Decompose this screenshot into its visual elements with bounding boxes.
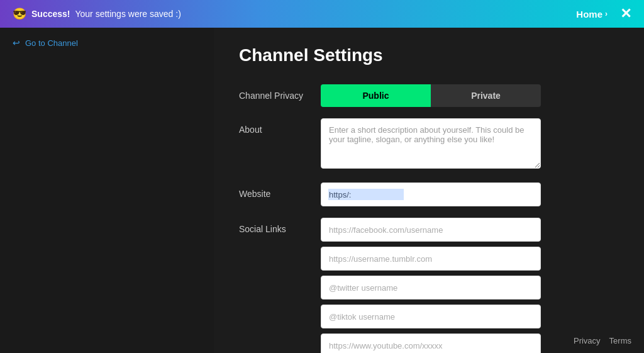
tumblr-input[interactable] — [321, 247, 541, 271]
private-button[interactable]: Private — [431, 84, 541, 107]
facebook-input[interactable] — [321, 218, 541, 242]
tiktok-input[interactable] — [321, 305, 541, 328]
website-wrap — [321, 182, 619, 206]
social-links-wrap: Save — [321, 218, 619, 353]
page-wrapper: ↩ Go to Channel Channel Settings Channel… — [0, 0, 644, 353]
home-link[interactable]: Home › — [576, 9, 608, 20]
about-wrap — [321, 118, 619, 171]
top-banner: 😎 Success! Your settings were saved :) H… — [0, 0, 644, 28]
channel-privacy-row: Channel Privacy Public Private — [239, 84, 619, 107]
success-banner: 😎 Success! Your settings were saved :) — [13, 7, 181, 21]
go-to-channel-label: Go to Channel — [25, 38, 78, 48]
social-links-row: Social Links Save — [239, 218, 619, 353]
close-button[interactable]: ✕ — [620, 7, 631, 21]
about-row: About — [239, 118, 619, 171]
privacy-toggle: Public Private — [321, 84, 541, 107]
privacy-link[interactable]: Privacy — [574, 336, 601, 345]
website-label: Website — [239, 182, 321, 199]
youtube-input[interactable] — [321, 333, 541, 353]
website-row: Website — [239, 182, 619, 206]
privacy-toggle-wrap: Public Private — [321, 84, 619, 107]
footer-links: Privacy Terms — [574, 336, 631, 345]
website-input[interactable] — [321, 182, 541, 206]
banner-message: Your settings were saved :) — [75, 9, 180, 19]
chevron-right-icon: › — [605, 9, 608, 18]
website-input-wrap — [321, 182, 541, 206]
page-title: Channel Settings — [239, 45, 619, 65]
main-content: Channel Settings Channel Privacy Public … — [214, 28, 644, 353]
twitter-input[interactable] — [321, 276, 541, 300]
channel-privacy-label: Channel Privacy — [239, 84, 321, 101]
social-links-label: Social Links — [239, 218, 321, 234]
about-label: About — [239, 118, 321, 135]
banner-right: Home › ✕ — [576, 7, 631, 21]
terms-link[interactable]: Terms — [609, 336, 631, 345]
about-textarea[interactable] — [321, 118, 541, 169]
go-to-channel-icon: ↩ — [13, 38, 20, 48]
sidebar: ↩ Go to Channel — [0, 28, 214, 353]
public-button[interactable]: Public — [321, 84, 431, 107]
success-emoji: 😎 — [13, 7, 26, 21]
home-label: Home — [576, 9, 602, 20]
go-to-channel-link[interactable]: ↩ Go to Channel — [13, 38, 201, 48]
success-label: Success! — [31, 9, 70, 19]
